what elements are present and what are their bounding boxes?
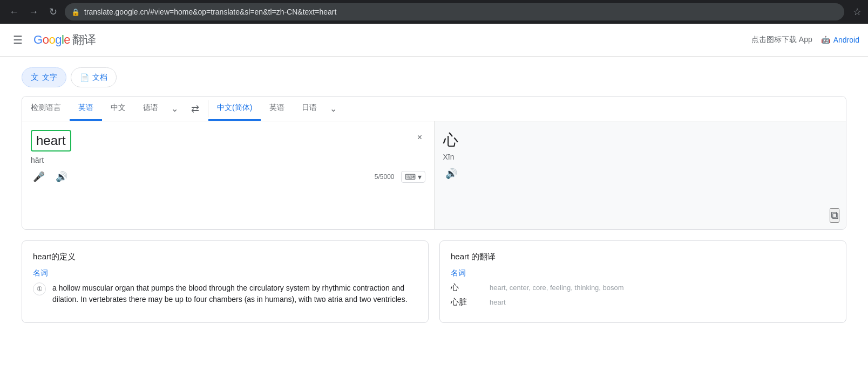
- lock-icon: 🔒: [71, 8, 80, 16]
- trans-synonyms-1: heart, center, core, feeling, thinking, …: [490, 284, 624, 292]
- target-lang-more-chevron[interactable]: ⌄: [326, 99, 341, 118]
- lang-selector-row: 检测语言 英语 中文 德语 ⌄ ⇄ 中文(简体) 英语 日语 ⌄: [22, 97, 846, 121]
- translation-card-title: heart 的翻译: [451, 252, 835, 262]
- hamburger-menu-icon[interactable]: ☰: [9, 29, 27, 51]
- download-app-text: 点击图标下载 App: [751, 35, 812, 45]
- char-count: 5/5000: [375, 173, 395, 181]
- trans-word-1: 心: [451, 283, 483, 293]
- panels-row: heart × härt 🎤 🔊 5/5000 ⌨ ▾ 心 Xīn: [22, 121, 846, 229]
- target-speaker-button[interactable]: 🔊: [443, 166, 459, 182]
- address-bar-container[interactable]: 🔒: [65, 3, 844, 20]
- target-pronunciation: Xīn: [443, 153, 838, 161]
- source-speaker-button[interactable]: 🔊: [53, 169, 70, 185]
- target-footer: 🔊: [443, 161, 838, 182]
- document-tab-icon: 📄: [80, 73, 89, 82]
- source-pronunciation: härt: [31, 156, 425, 164]
- google-logo: Google 翻译: [33, 32, 96, 48]
- forward-button[interactable]: →: [26, 4, 41, 19]
- source-panel: heart × härt 🎤 🔊 5/5000 ⌨ ▾: [22, 121, 435, 229]
- google-brand-text: Google: [33, 33, 70, 47]
- definition-card-title: heart的定义: [33, 252, 417, 262]
- keyboard-icon: ⌨: [405, 173, 416, 181]
- translation-pos-label: 名词: [451, 268, 835, 278]
- text-tab-icon: 文: [31, 72, 39, 82]
- detect-language-button[interactable]: 检测语言: [22, 97, 70, 121]
- keyboard-button[interactable]: ⌨ ▾: [401, 171, 425, 183]
- source-text-highlighted: heart: [31, 130, 71, 151]
- target-lang-chinese-simplified[interactable]: 中文(简体): [208, 97, 261, 121]
- back-button[interactable]: ←: [6, 4, 22, 19]
- translation-container: 检测语言 英语 中文 德语 ⌄ ⇄ 中文(简体) 英语 日语 ⌄: [22, 96, 846, 230]
- definition-item-1: ① a hollow muscular organ that pumps the…: [33, 283, 417, 305]
- clear-input-button[interactable]: ×: [412, 130, 428, 145]
- keyboard-chevron: ▾: [418, 173, 422, 181]
- android-download-button[interactable]: 🤖 Android: [821, 36, 859, 44]
- tab-document[interactable]: 📄 文档: [71, 67, 117, 87]
- copy-translation-button[interactable]: ⧉: [830, 208, 839, 223]
- source-lang-german[interactable]: 德语: [134, 97, 167, 121]
- address-bar-input[interactable]: [84, 8, 838, 16]
- source-lang-english[interactable]: 英语: [70, 97, 102, 121]
- translated-text: 心: [443, 130, 838, 150]
- swap-languages-button[interactable]: ⇄: [182, 99, 208, 119]
- source-footer: 🎤 🔊 5/5000 ⌨ ▾: [31, 164, 425, 185]
- bookmark-icon[interactable]: ☆: [853, 6, 862, 18]
- text-tab-label: 文字: [42, 73, 57, 82]
- trans-synonyms-2: heart: [490, 298, 506, 306]
- android-label: Android: [833, 36, 859, 44]
- main-content: 文 文字 📄 文档 检测语言 英语 中文 德语 ⌄ ⇄ 中文(简体) 英语: [0, 57, 868, 334]
- bottom-row: heart的定义 名词 ① a hollow muscular organ th…: [22, 240, 846, 323]
- translation-card: heart 的翻译 名词 心 heart, center, core, feel…: [439, 240, 846, 323]
- source-lang-more-chevron[interactable]: ⌄: [167, 99, 182, 118]
- def-number-1: ①: [33, 283, 46, 295]
- header-right: 点击图标下载 App 🤖 Android: [751, 35, 859, 45]
- source-lang-chinese[interactable]: 中文: [102, 97, 134, 121]
- app-title: 翻译: [72, 32, 96, 48]
- source-mic-button[interactable]: 🎤: [31, 169, 47, 185]
- google-header: ☰ Google 翻译 点击图标下载 App 🤖 Android: [0, 24, 868, 57]
- translation-row-2: 心脏 heart: [451, 297, 835, 307]
- target-lang-section: 中文(简体) 英语 日语 ⌄: [208, 97, 846, 121]
- reload-button[interactable]: ↻: [45, 4, 60, 19]
- trans-word-2: 心脏: [451, 297, 483, 307]
- target-lang-english[interactable]: 英语: [261, 97, 293, 121]
- target-panel: 心 Xīn 🔊 ⧉: [435, 121, 846, 229]
- android-icon: 🤖: [821, 36, 830, 44]
- definition-pos-label: 名词: [33, 268, 417, 278]
- tab-bar: 文 文字 📄 文档: [22, 67, 846, 87]
- browser-chrome: ← → ↻ 🔒 ☆: [0, 0, 868, 24]
- target-lang-japanese[interactable]: 日语: [293, 97, 326, 121]
- document-tab-label: 文档: [92, 73, 107, 82]
- tab-text[interactable]: 文 文字: [22, 67, 66, 87]
- def-text-1: a hollow muscular organ that pumps the b…: [52, 283, 417, 305]
- definition-card: heart的定义 名词 ① a hollow muscular organ th…: [22, 240, 429, 323]
- translation-row-1: 心 heart, center, core, feeling, thinking…: [451, 283, 835, 293]
